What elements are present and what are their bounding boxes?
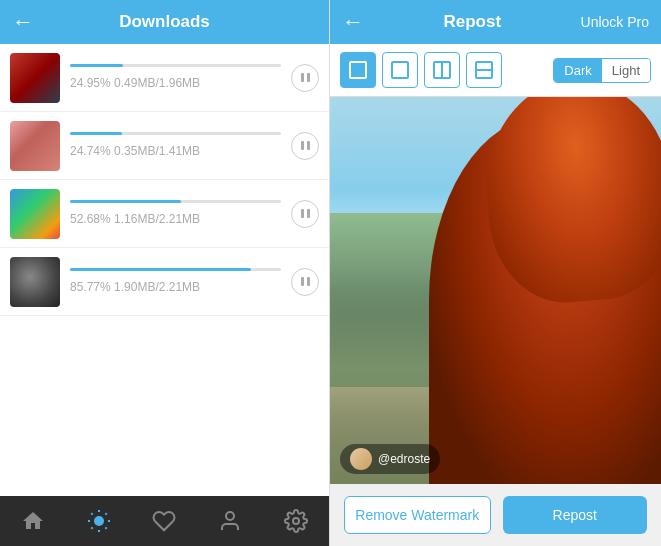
border-options [340, 52, 502, 88]
svg-line-3 [91, 513, 92, 514]
pause-icon-2 [301, 141, 310, 150]
pause-icon-4 [301, 277, 310, 286]
download-text-1: 24.95% 0.49MB/1.96MB [70, 76, 200, 90]
repost-button[interactable]: Repost [503, 496, 648, 534]
left-header: ← Downloads [0, 0, 329, 44]
download-info-1: 24.95% 0.49MB/1.96MB [60, 64, 291, 91]
list-item: 85.77% 1.90MB/2.21MB [0, 248, 329, 316]
svg-line-7 [91, 527, 92, 528]
right-panel: ← Repost Unlock Pro [330, 0, 661, 546]
progress-bar-bg-1 [70, 64, 281, 67]
border-style-left[interactable] [424, 52, 460, 88]
thumb-1 [10, 53, 60, 103]
list-item: 24.74% 0.35MB/1.41MB [0, 112, 329, 180]
remove-watermark-button[interactable]: Remove Watermark [344, 496, 491, 534]
repost-title: Repost [443, 12, 501, 32]
download-info-4: 85.77% 1.90MB/2.21MB [60, 268, 291, 295]
thumb-2 [10, 121, 60, 171]
pause-icon-3 [301, 209, 310, 218]
back-button-left[interactable]: ← [12, 9, 34, 35]
photo-background [330, 97, 661, 484]
pause-icon-1 [301, 73, 310, 82]
border-style-partial[interactable] [382, 52, 418, 88]
theme-toggle: Dark Light [553, 58, 651, 83]
unlock-pro-button[interactable]: Unlock Pro [581, 14, 649, 30]
image-preview: @edroste [330, 97, 661, 484]
download-info-2: 24.74% 0.35MB/1.41MB [60, 132, 291, 159]
progress-bar-4 [70, 268, 251, 271]
svg-point-10 [293, 518, 299, 524]
svg-line-4 [105, 527, 106, 528]
nav-home[interactable] [8, 501, 58, 541]
nav-person[interactable] [205, 501, 255, 541]
bottom-nav [0, 496, 329, 546]
list-item: 52.68% 1.16MB/2.21MB [0, 180, 329, 248]
pause-button-1[interactable] [291, 64, 319, 92]
watermark-avatar [350, 448, 372, 470]
download-info-3: 52.68% 1.16MB/2.21MB [60, 200, 291, 227]
nav-heart[interactable] [139, 501, 189, 541]
progress-bar-3 [70, 200, 181, 203]
action-buttons: Remove Watermark Repost [330, 484, 661, 546]
thumb-3 [10, 189, 60, 239]
downloads-title: Downloads [119, 12, 210, 32]
svg-line-8 [105, 513, 106, 514]
downloads-list: 24.95% 0.49MB/1.96MB 24.74% 0.35MB/1.41M… [0, 44, 329, 496]
nav-sun[interactable] [74, 501, 124, 541]
theme-light-button[interactable]: Light [602, 59, 650, 82]
border-style-corners[interactable] [466, 52, 502, 88]
right-header: ← Repost Unlock Pro [330, 0, 661, 44]
pause-button-4[interactable] [291, 268, 319, 296]
progress-bar-2 [70, 132, 122, 135]
pause-button-2[interactable] [291, 132, 319, 160]
progress-bar-bg-4 [70, 268, 281, 271]
download-text-2: 24.74% 0.35MB/1.41MB [70, 144, 200, 158]
left-panel: ← Downloads 24.95% 0.49MB/1.96MB [0, 0, 330, 546]
svg-rect-11 [350, 62, 366, 78]
progress-bar-bg-3 [70, 200, 281, 203]
svg-point-9 [226, 512, 234, 520]
pause-button-3[interactable] [291, 200, 319, 228]
watermark-badge: @edroste [340, 444, 440, 474]
repost-toolbar: Dark Light [330, 44, 661, 97]
progress-bar-bg-2 [70, 132, 281, 135]
thumb-4 [10, 257, 60, 307]
watermark-username: @edroste [378, 452, 430, 466]
download-text-4: 85.77% 1.90MB/2.21MB [70, 280, 200, 294]
theme-dark-button[interactable]: Dark [554, 59, 601, 82]
svg-rect-13 [394, 64, 406, 76]
list-item: 24.95% 0.49MB/1.96MB [0, 44, 329, 112]
svg-point-0 [94, 516, 104, 526]
nav-gear[interactable] [271, 501, 321, 541]
progress-bar-1 [70, 64, 123, 67]
border-style-full[interactable] [340, 52, 376, 88]
back-button-right[interactable]: ← [342, 9, 364, 35]
download-text-3: 52.68% 1.16MB/2.21MB [70, 212, 200, 226]
hair-silhouette [429, 116, 661, 484]
